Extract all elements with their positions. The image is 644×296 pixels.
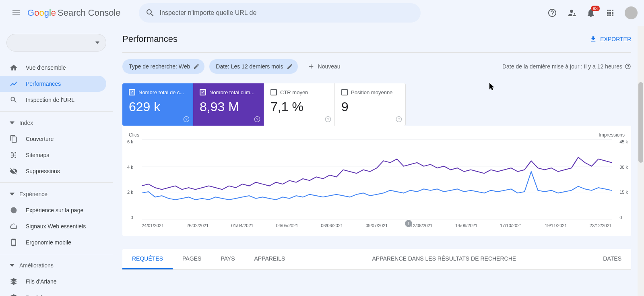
chart-right-axis-label: Impressions xyxy=(599,132,625,138)
checkbox-icon xyxy=(129,89,135,95)
tabs-card: REQUÊTESPAGESPAYSAPPAREILSAPPARENCE DANS… xyxy=(122,249,631,270)
chart-container: Clics Impressions 6 k4 k2 k0 45 k30 k15 … xyxy=(122,126,631,236)
tab-dates[interactable]: DATES xyxy=(593,249,631,269)
help-icon[interactable] xyxy=(625,63,631,70)
sidebar-item-label: Expérience sur la page xyxy=(26,207,83,213)
sidebar-item-label: Couverture xyxy=(26,136,54,142)
tab-appareils[interactable]: APPAREILS xyxy=(245,249,295,269)
scrollbar-track[interactable] xyxy=(638,26,644,296)
property-selector[interactable] xyxy=(6,34,106,52)
apps-icon[interactable] xyxy=(602,5,618,21)
svg-point-0 xyxy=(11,207,17,213)
help-icon[interactable]: ? xyxy=(254,116,260,122)
search-icon xyxy=(10,96,18,104)
card-label: Position moyenne xyxy=(351,89,392,95)
sidebar-item-label: Inspection de l'URL xyxy=(26,97,74,103)
edit-icon xyxy=(287,63,293,70)
people-settings-icon[interactable] xyxy=(564,5,580,21)
svg-text:?: ? xyxy=(327,117,329,121)
export-button[interactable]: EXPORTER xyxy=(590,35,631,43)
scrollbar-thumb[interactable] xyxy=(638,82,643,163)
sidebar-item-removals[interactable]: Suppressions xyxy=(0,163,106,179)
chevron-down-icon xyxy=(95,41,99,44)
card-impressions[interactable]: Nombre total d'im... 8,93 M ? xyxy=(193,83,264,126)
y-ticks-right: 45 k30 k15 k0 xyxy=(619,139,628,220)
page-title: Performances xyxy=(122,34,178,44)
help-icon[interactable] xyxy=(544,5,560,21)
filter-search-type[interactable]: Type de recherche: Web xyxy=(122,59,204,74)
sidebar-item-label: Suppressions xyxy=(26,168,60,174)
menu-icon[interactable] xyxy=(6,3,26,23)
svg-text:?: ? xyxy=(256,117,258,121)
sidebar-item-breadcrumbs[interactable]: Fils d'Ariane xyxy=(0,273,106,290)
sidebar-item-coverage[interactable]: Couverture xyxy=(0,131,106,147)
card-label: CTR moyen xyxy=(280,89,308,95)
layers-icon xyxy=(10,277,18,286)
sitemap-icon xyxy=(10,151,18,159)
card-clicks[interactable]: Nombre total de c... 629 k ? xyxy=(122,83,193,126)
notifications-icon[interactable]: 93 xyxy=(583,5,599,21)
sidebar-item-core-web-vitals[interactable]: Signaux Web essentiels xyxy=(0,218,106,234)
tab-apparence-dans-les-résultats-de-recherche[interactable]: APPARENCE DANS LES RÉSULTATS DE RECHERCH… xyxy=(295,249,593,269)
search-icon xyxy=(145,8,155,18)
card-label: Nombre total de c... xyxy=(138,89,184,95)
sidebar-item-products[interactable]: Produits xyxy=(0,290,106,296)
x-ticks: 24/01/202126/02/202101/04/202104/05/2021… xyxy=(122,220,631,228)
help-icon[interactable]: ? xyxy=(325,116,331,122)
main-content: Performances EXPORTER Type de recherche:… xyxy=(113,26,644,296)
avatar[interactable] xyxy=(625,6,638,19)
sidebar-item-label: Fils d'Ariane xyxy=(26,278,57,285)
speed-icon xyxy=(10,222,18,230)
sidebar-item-page-experience[interactable]: Expérience sur la page xyxy=(0,202,106,218)
chart-marker[interactable]: 1 xyxy=(405,220,412,227)
layers-icon xyxy=(10,294,18,296)
svg-text:?: ? xyxy=(398,117,400,121)
mobile-icon xyxy=(10,238,18,246)
last-update-text: Date de la dernière mise à jour : il y a… xyxy=(502,63,631,70)
add-filter-button[interactable]: Nouveau xyxy=(303,63,345,70)
sidebar-item-label: Signaux Web essentiels xyxy=(26,223,86,230)
chevron-down-icon xyxy=(10,264,14,267)
sidebar-item-label: Ergonomie mobile xyxy=(26,239,71,246)
card-position[interactable]: Position moyenne 9 ? xyxy=(335,83,406,126)
card-value: 7,1 % xyxy=(270,99,328,114)
line-chart[interactable] xyxy=(142,139,612,220)
search-input[interactable]: Inspecter n'importe quelle URL de xyxy=(139,3,421,23)
edit-icon xyxy=(193,63,200,70)
filter-date[interactable]: Date: Les 12 derniers mois xyxy=(209,59,297,74)
sidebar-item-url-inspection[interactable]: Inspection de l'URL xyxy=(0,92,106,108)
section-label: Expérience xyxy=(19,191,47,197)
help-icon[interactable]: ? xyxy=(396,116,402,122)
sidebar-item-label: Performances xyxy=(26,81,61,87)
checkbox-icon xyxy=(270,89,277,95)
section-improvements[interactable]: Améliorations xyxy=(0,257,113,273)
card-label: Nombre total d'im... xyxy=(209,89,254,95)
section-index[interactable]: Index xyxy=(0,115,113,131)
tab-pays[interactable]: PAYS xyxy=(211,249,244,269)
section-label: Améliorations xyxy=(19,262,54,269)
card-value: 629 k xyxy=(129,99,186,114)
help-icon[interactable]: ? xyxy=(183,116,190,122)
add-label: Nouveau xyxy=(318,63,341,70)
plus-icon xyxy=(308,63,315,70)
sidebar-item-sitemaps[interactable]: Sitemaps xyxy=(0,147,106,163)
sidebar-item-label: Produits xyxy=(26,294,46,296)
card-ctr[interactable]: CTR moyen 7,1 % ? xyxy=(264,83,335,126)
tab-requêtes[interactable]: REQUÊTES xyxy=(122,249,173,269)
sidebar-item-overview[interactable]: Vue d'ensemble xyxy=(0,60,106,76)
card-value: 9 xyxy=(341,99,399,114)
checkbox-icon xyxy=(341,89,348,95)
tab-pages[interactable]: PAGES xyxy=(173,249,211,269)
chart-left-axis-label: Clics xyxy=(129,132,139,138)
logo[interactable]: Google Search Console xyxy=(27,8,121,18)
sidebar-item-performance[interactable]: Performances xyxy=(0,76,106,92)
sidebar-item-mobile-usability[interactable]: Ergonomie mobile xyxy=(0,234,106,250)
pages-icon xyxy=(10,135,18,143)
filter-label: Date: Les 12 derniers mois xyxy=(216,63,283,70)
download-icon xyxy=(590,35,597,43)
sidebar-item-label: Vue d'ensemble xyxy=(26,64,66,71)
logo-text: Search Console xyxy=(58,8,121,18)
globe-icon xyxy=(10,206,18,214)
section-experience[interactable]: Expérience xyxy=(0,186,113,202)
chevron-down-icon xyxy=(10,193,14,196)
